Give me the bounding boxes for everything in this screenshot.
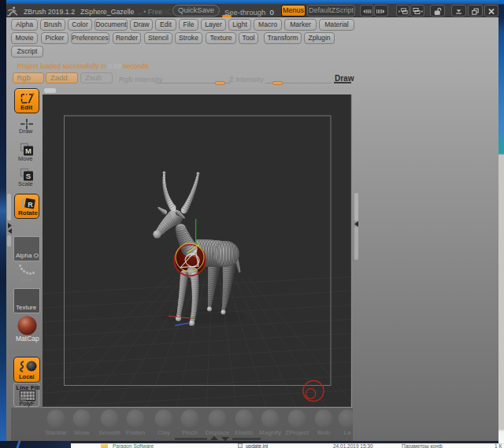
svg-text:R: R [28, 200, 33, 208]
svg-text:M: M [25, 146, 32, 155]
svg-text:S: S [26, 172, 31, 180]
